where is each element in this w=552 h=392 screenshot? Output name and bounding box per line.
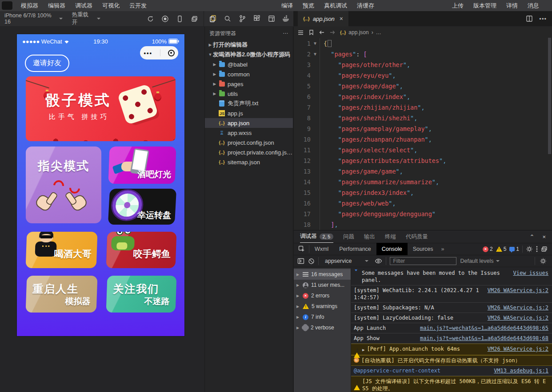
menu-item-left[interactable]: 可视化 [97, 0, 124, 11]
editor-scrollbar[interactable] [548, 38, 551, 154]
device-selector[interactable]: iPhone 6/7/8 100% 16 [0, 12, 67, 25]
tree-item-utils[interactable]: ▶utils [205, 89, 293, 99]
tree-item-app.json[interactable]: {..}app.json [205, 118, 293, 128]
tree-item-@babel[interactable]: ▶@babel [205, 59, 293, 69]
console-warning-row[interactable]: ↻[自动热重载] 已开启代码文件保存后自动热重载（不支持 json） [351, 355, 552, 366]
console-warning-row[interactable]: [JS 文件编译错误] 以下文件体积超过 500KB，已跳过压缩以及 ES6 转… [351, 376, 552, 392]
device-view-button[interactable] [172, 11, 187, 27]
console-log-row[interactable]: [system] WeChatLib: 2.24.1 (2022.4.27 11… [351, 285, 552, 303]
menu-item-center[interactable]: 真机调试 [319, 0, 352, 11]
console-filter-warning[interactable]: ▶5 warnings [294, 301, 351, 312]
console-settings-gear-icon[interactable] [540, 257, 547, 265]
console-filter-error[interactable]: ▶×2 errors [294, 290, 351, 301]
console-source-link[interactable]: View issues [513, 269, 548, 277]
follow-us-card[interactable]: 关注我们 不迷路 [106, 276, 177, 313]
capsule-menu[interactable]: ••• [140, 46, 178, 59]
menu-item-left[interactable]: 模拟器 [16, 0, 43, 11]
close-panel-icon[interactable]: × [542, 234, 546, 240]
popout-icon[interactable] [541, 246, 548, 252]
tree-item-common[interactable]: ▶common [205, 69, 293, 79]
devtools-tab-wxml[interactable]: Wxml [309, 243, 334, 255]
tree-item--.txt[interactable]: 免责声明.txt [205, 99, 293, 108]
console-log-row[interactable]: [system] LazyCodeLoading: falseVM26 WASe… [351, 313, 552, 323]
panel-tab-终端[interactable]: 终端 [385, 230, 396, 243]
code-area[interactable]: 1▼{2▼ "pages": [3 "pages/other/other",4 … [294, 38, 552, 230]
drinking-brother-card[interactable]: 喝酒大哥 [26, 232, 98, 268]
close-target-icon[interactable] [168, 50, 175, 56]
tree-section[interactable]: ▼发喝酒神器2.0微信小程序源码 [205, 50, 293, 59]
fold-icon[interactable]: ▼ [311, 38, 320, 49]
tree-item-app.wxss[interactable]: Ξapp.wxss [205, 128, 293, 138]
menu-item-right[interactable]: 上传 [447, 0, 468, 11]
restart-life-card[interactable]: 重启人生 模拟器 [26, 276, 98, 313]
panel-tab-调试器[interactable]: 调试器2, 5 [300, 230, 333, 243]
menu-item-left[interactable]: 调试器 [70, 0, 97, 11]
bar-light-card[interactable]: 酒吧灯光 [108, 147, 176, 184]
menu-item-center[interactable]: 编译 [276, 0, 298, 11]
console-log-row[interactable]: App Launchmain.js?t=wechat&s=1…a6a5d6de6… [351, 323, 552, 333]
layout-button[interactable] [264, 11, 279, 27]
settings-gear-icon[interactable] [526, 245, 533, 253]
context-selector[interactable]: appservice [322, 258, 371, 264]
warning-count[interactable]: 5 [496, 246, 507, 252]
tree-item-project.private.config.js-[interactable]: {..}project.private.config.js… [205, 147, 293, 157]
clear-console-icon[interactable] [308, 258, 315, 265]
console-log-row[interactable]: App Showmain.js?t=wechat&s=1…a6a5d6de644… [351, 333, 552, 344]
menu-item-right[interactable]: 版本管理 [468, 0, 501, 11]
menu-item-left[interactable]: 云开发 [124, 0, 152, 11]
record-button[interactable] [158, 11, 172, 27]
invite-friends-button[interactable]: 邀请好友 [25, 55, 69, 72]
tab-appjson[interactable]: {..} app.json × [298, 11, 348, 27]
kebab-menu-icon[interactable] [536, 246, 538, 252]
fingertip-mode-card[interactable]: 指尖模式 [26, 147, 101, 223]
extensions-button[interactable] [249, 11, 264, 27]
tab-close-icon[interactable]: × [340, 15, 343, 22]
filter-input[interactable]: Filter [390, 257, 456, 265]
menu-item-right[interactable]: 消息 [523, 0, 544, 11]
panel-tab-输出[interactable]: 输出 [364, 230, 375, 243]
back-arrow-icon[interactable] [319, 30, 325, 35]
dice-mode-banner[interactable]: 骰子模式 比手气 拼技巧 [26, 76, 176, 141]
menu-item-left[interactable]: 编辑器 [43, 0, 70, 11]
lucky-wheel-card[interactable]: 幸运转盘 [108, 189, 176, 225]
menu-item-center[interactable]: 预览 [298, 0, 319, 11]
refresh-button[interactable] [144, 11, 158, 27]
console-filter-user[interactable]: ▶11 user mes... [294, 280, 351, 290]
forward-arrow-icon[interactable] [329, 30, 336, 35]
eye-icon[interactable] [375, 258, 382, 264]
console-source-link[interactable]: main.js?t=wechat&s=1…a6a5d6de6443d698:65 [420, 325, 548, 332]
tab-overflow-chevron[interactable]: » [439, 246, 447, 252]
docker-button[interactable] [279, 11, 293, 27]
devtools-tab-console[interactable]: Console [376, 243, 408, 255]
console-filter-info[interactable]: ▶i7 info [294, 312, 351, 322]
expand-caret-icon[interactable]: ▶ [362, 345, 364, 353]
console-source-link[interactable]: VM26 WAService.js:2 [488, 287, 548, 294]
console-sidebar-icon[interactable] [297, 258, 304, 264]
tree-item-sitemap.json[interactable]: {..}sitemap.json [205, 157, 293, 167]
search-activity-button[interactable] [220, 11, 235, 27]
biting-crocodile-card[interactable]: 咬手鳄鱼 [106, 232, 177, 268]
console-warning-row[interactable]: ▶[Perf] App.onLaunch took 64msVM26 WASer… [351, 344, 552, 355]
console-source-link[interactable]: VM26 WAService.js:2 [488, 304, 548, 311]
collapse-panel-icon[interactable]: ⌃ [530, 234, 535, 240]
inspect-icon[interactable] [298, 245, 305, 253]
menu-item-center[interactable]: 清缓存 [352, 0, 379, 11]
console-filter-verbose[interactable]: ▶2 verbose [294, 322, 351, 333]
tree-item-project.config.json[interactable]: {..}project.config.json [205, 138, 293, 147]
message-count[interactable]: 1 [509, 246, 519, 252]
multi-window-button[interactable] [187, 11, 202, 27]
tree-item-app.js[interactable]: JSapp.js [205, 108, 293, 118]
console-log-row[interactable]: Some messages have been moved to the Iss… [351, 268, 552, 285]
console-source-link[interactable]: VM13 asdebug.js:1 [494, 367, 548, 374]
source-control-button[interactable] [235, 11, 250, 27]
tree-item-pages[interactable]: ▶pages [205, 79, 293, 89]
console-source-link[interactable]: main.js?t=wechat&s=1…a6a5d6de6443d698:68 [420, 335, 548, 342]
console-log-row[interactable]: @appservice-current-contextVM13 asdebug.… [351, 366, 552, 376]
devtools-tab-performance[interactable]: Performance [334, 243, 376, 255]
console-filter-list[interactable]: ▶16 messages [294, 269, 351, 280]
log-levels-selector[interactable]: Default levels [460, 258, 499, 264]
panel-tab-代码质量[interactable]: 代码质量 [406, 230, 428, 243]
split-editor-icon[interactable] [526, 15, 533, 22]
more-dots-icon[interactable]: ••• [144, 50, 152, 56]
explorer-more-icon[interactable]: ⋯ [283, 30, 288, 36]
